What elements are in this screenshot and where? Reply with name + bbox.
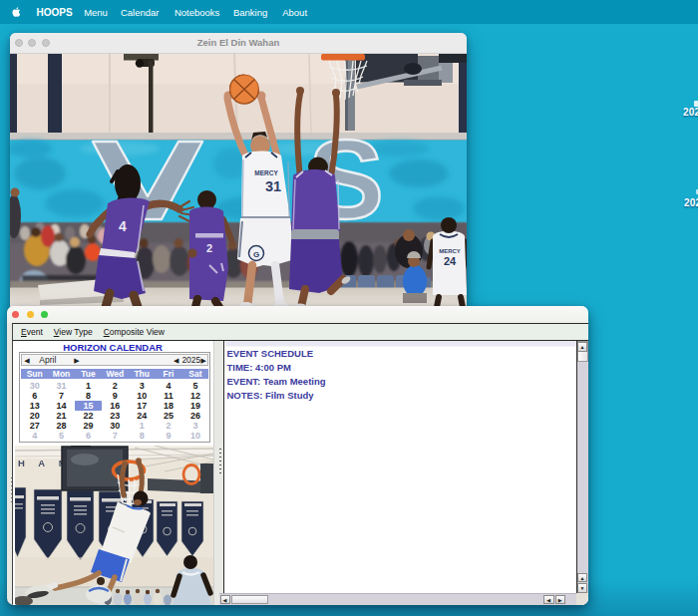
svg-text:31: 31: [265, 178, 281, 194]
svg-text:2: 2: [206, 242, 212, 254]
svg-text:MERCY: MERCY: [439, 248, 461, 254]
svg-text:G: G: [253, 250, 259, 259]
svg-text:4: 4: [119, 218, 127, 234]
svg-text:MERCY: MERCY: [254, 169, 278, 176]
svg-text:24: 24: [444, 255, 457, 267]
